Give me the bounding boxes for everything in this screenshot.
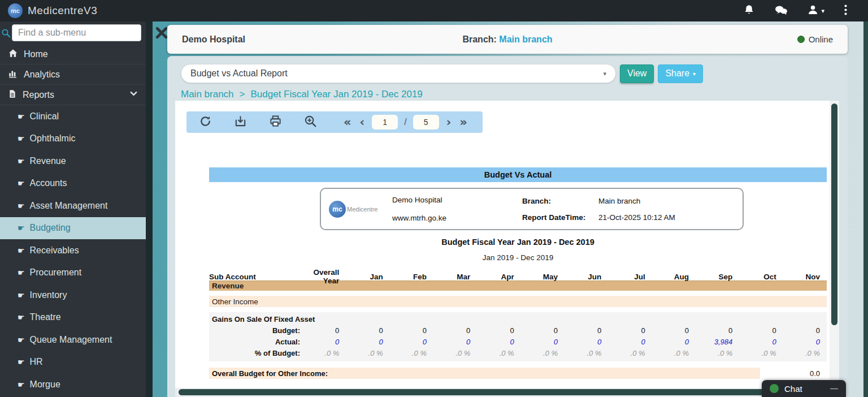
medicentre-brand-label: Medicentre: [347, 206, 377, 213]
notifications-button[interactable]: [743, 4, 755, 18]
horizontal-scrollbar-thumb[interactable]: [179, 389, 825, 395]
hand-pointer-icon: ☛: [18, 179, 25, 188]
next-page-button[interactable]: ›: [445, 116, 453, 128]
sidebar: Home Analytics Reports ☛ Clinical ☛ Opht…: [0, 21, 146, 397]
breadcrumb-report[interactable]: Budget Fiscal Year Jan 2019 - Dec 2019: [251, 89, 423, 100]
zoom-button[interactable]: [304, 115, 316, 129]
prev-page-button[interactable]: ‹: [359, 116, 366, 128]
main-content: Demo Hospital Branch: Main branch Online…: [146, 21, 868, 397]
cell-value: .0 %: [477, 349, 520, 357]
cell-value: 0: [783, 326, 827, 335]
table-row-pct-of-budget: % of Budget: .0 % .0 % .0 % .0 % .0 % .0…: [209, 347, 827, 359]
chat-widget[interactable]: Chat —: [762, 380, 846, 397]
cell-value: 0: [739, 338, 783, 346]
cell-value: .0 %: [696, 349, 739, 357]
table-header-row: Sub Account Overall Year Jan Feb Mar Apr…: [209, 268, 827, 278]
viewer-toolbar: « ‹ / › »: [186, 111, 483, 133]
current-page-input[interactable]: [372, 115, 398, 130]
sidebar-item-inventory[interactable]: ☛ Inventory: [0, 284, 146, 307]
sidebar-item-analytics[interactable]: Analytics: [0, 64, 146, 85]
sidebar-item-revenue[interactable]: ☛ Revenue: [0, 150, 146, 172]
download-button[interactable]: [234, 115, 246, 129]
column-header: Mar: [433, 273, 477, 281]
cell-value: .0 %: [346, 349, 389, 357]
account-group-title: Gains On Sale Of Fixed Asset: [209, 314, 827, 325]
sidebar-item-hr[interactable]: ☛ HR: [0, 351, 146, 374]
cell-value: .0 %: [783, 349, 827, 357]
column-header: Jun: [565, 273, 608, 281]
footer-label: Overall Budget for Other Income:: [209, 368, 760, 379]
cell-value: 0: [739, 326, 783, 335]
report-select[interactable]: Budget vs Actual Report ▾: [181, 64, 616, 83]
first-page-button[interactable]: «: [342, 116, 353, 128]
more-options-button[interactable]: [844, 4, 848, 18]
fiscal-year-title: Budget Fiscal Year Jan 2019 - Dec 2019: [209, 238, 827, 247]
sidebar-item-morgue[interactable]: ☛ Morgue: [0, 373, 146, 396]
chevron-down-icon: ▾: [821, 7, 824, 15]
footer-value: 0.0: [760, 369, 827, 378]
share-button[interactable]: Share ▾: [658, 64, 703, 83]
breadcrumb: Main branch > Budget Fiscal Year Jan 201…: [181, 89, 423, 100]
sidebar-item-label: Budgeting: [30, 223, 71, 233]
last-page-button[interactable]: »: [458, 116, 468, 128]
column-header: Sep: [696, 273, 739, 281]
sidebar-item-procurement[interactable]: ☛ Procurement: [0, 262, 146, 284]
sidebar-item-asset-management[interactable]: ☛ Asset Management: [0, 195, 146, 217]
cell-value: 3,984: [696, 338, 739, 346]
viewer-horizontal-scrollbar[interactable]: [175, 388, 839, 397]
account-menu-button[interactable]: ▾: [807, 4, 824, 18]
sidebar-item-clinical[interactable]: ☛ Clinical: [0, 105, 146, 128]
search-input[interactable]: [12, 24, 141, 41]
refresh-button[interactable]: [199, 115, 211, 129]
breadcrumb-branch[interactable]: Main branch: [181, 89, 234, 100]
total-pages-input[interactable]: [413, 115, 439, 130]
hand-pointer-icon: ☛: [18, 112, 25, 121]
sidebar-item-budgeting[interactable]: ☛ Budgeting: [0, 217, 146, 240]
share-label: Share: [665, 68, 689, 79]
cell-value: 0: [521, 338, 565, 346]
pagination: « ‹ / › »: [342, 115, 468, 130]
bar-chart-icon: [8, 68, 18, 81]
viewer-vertical-scrollbar[interactable]: [830, 101, 839, 388]
sidebar-item-label: Accounts: [30, 178, 67, 188]
sidebar-item-theatre[interactable]: ☛ Theatre: [0, 307, 146, 329]
chevron-down-icon: [129, 89, 138, 100]
cell-value: 0: [477, 326, 520, 335]
row-label: % of Budget:: [209, 349, 302, 357]
sidebar-item-reports[interactable]: Reports: [0, 85, 146, 105]
hand-pointer-icon: ☛: [18, 268, 25, 277]
download-icon: [234, 115, 247, 130]
page-scrollbar[interactable]: [863, 21, 868, 397]
table-row-budget: Budget: 0 0 0 0 0 0 0 0 0 0 0 0: [209, 325, 827, 336]
cell-value: 0: [652, 326, 696, 335]
breadcrumb-separator: >: [240, 89, 245, 100]
report-datetime-value: 21-Oct-2025 10:12 AM: [598, 213, 675, 222]
hand-pointer-icon: ☛: [18, 291, 25, 300]
sidebar-item-queue-management[interactable]: ☛ Queue Management: [0, 329, 146, 351]
report-meta: Branch: Main branch Report DateTime: 21-…: [522, 197, 735, 222]
print-button[interactable]: [269, 115, 281, 129]
cell-value: 0: [390, 326, 433, 335]
org-details: Demo Hospital www.mtrh.go.ke: [392, 196, 522, 222]
cell-value: 0: [565, 338, 608, 346]
branch-label: Branch:: [522, 197, 598, 205]
sidebar-item-ophthalmic[interactable]: ☛ Ophthalmic: [0, 128, 146, 150]
column-header: Aug: [652, 273, 696, 281]
messages-button[interactable]: [774, 5, 788, 18]
vertical-scrollbar-thumb[interactable]: [831, 103, 837, 325]
report-info-box: mc Medicentre Demo Hospital www.mtrh.go.…: [320, 188, 744, 230]
hospital-header-bar: Demo Hospital Branch: Main branch Online: [167, 25, 848, 54]
sidebar-item-accounts[interactable]: ☛ Accounts: [0, 172, 146, 195]
sidebar-item-home[interactable]: Home: [0, 44, 146, 64]
branch-link[interactable]: Main branch: [499, 34, 552, 44]
sidebar-item-receivables[interactable]: ☛ Receivables: [0, 239, 146, 262]
close-panel-button[interactable]: [155, 26, 168, 40]
cell-value: 0: [565, 326, 608, 335]
cell-value: 0: [521, 326, 565, 335]
chat-minimize-button[interactable]: —: [830, 384, 838, 393]
subsection-row-other-income: Other Income: [209, 296, 827, 307]
view-button[interactable]: View: [620, 64, 654, 83]
close-icon: [155, 33, 168, 41]
printer-icon: [269, 115, 282, 130]
online-dot-icon: [797, 36, 805, 43]
